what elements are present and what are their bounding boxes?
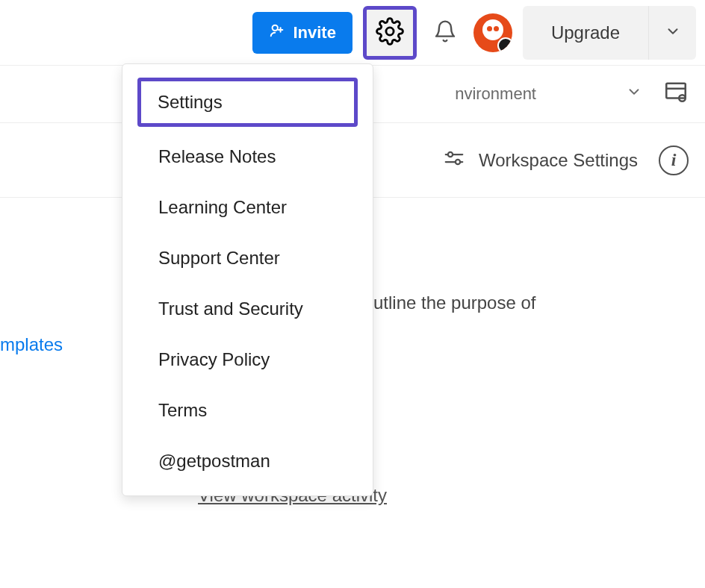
menu-item-trust-and-security[interactable]: Trust and Security	[128, 284, 367, 334]
notifications-button[interactable]	[427, 15, 463, 51]
avatar[interactable]	[473, 13, 512, 52]
menu-item-learning-center[interactable]: Learning Center	[128, 182, 367, 233]
svg-point-10	[456, 159, 460, 163]
invite-icon	[269, 22, 285, 43]
environment-quicklook-icon[interactable]	[663, 79, 689, 109]
menu-item-release-notes[interactable]: Release Notes	[128, 131, 367, 182]
menu-item-settings[interactable]: Settings	[137, 78, 358, 127]
svg-point-9	[448, 151, 453, 156]
workspace-settings-button[interactable]: Workspace Settings	[443, 147, 638, 174]
invite-label: Invite	[293, 23, 335, 43]
settings-gear-button[interactable]	[363, 6, 417, 60]
menu-item-terms[interactable]: Terms	[128, 385, 367, 436]
chevron-down-icon	[665, 23, 681, 42]
templates-link[interactable]: mplates	[0, 334, 63, 355]
environment-selector[interactable]: nvironment	[455, 84, 642, 104]
bell-icon	[433, 19, 457, 46]
chevron-down-icon	[626, 84, 642, 104]
svg-point-3	[386, 27, 394, 34]
sliders-icon	[443, 147, 465, 174]
environment-label: nvironment	[455, 84, 536, 104]
upgrade-dropdown-button[interactable]	[648, 6, 696, 60]
invite-button[interactable]: Invite	[252, 12, 352, 54]
workspace-settings-label: Workspace Settings	[479, 150, 638, 171]
top-bar: Invite Upgrade	[0, 0, 705, 65]
purpose-text-fragment: utline the purpose of	[373, 293, 536, 313]
upgrade-button[interactable]: Upgrade	[523, 6, 648, 60]
info-icon[interactable]: i	[659, 146, 689, 175]
menu-item-getpostman[interactable]: @getpostman	[128, 436, 367, 487]
gear-icon	[376, 17, 404, 49]
menu-item-privacy-policy[interactable]: Privacy Policy	[128, 334, 367, 385]
settings-dropdown-menu: Settings Release Notes Learning Center S…	[122, 63, 373, 496]
upgrade-button-group: Upgrade	[523, 6, 696, 60]
svg-point-0	[273, 25, 278, 30]
menu-item-support-center[interactable]: Support Center	[128, 233, 367, 284]
